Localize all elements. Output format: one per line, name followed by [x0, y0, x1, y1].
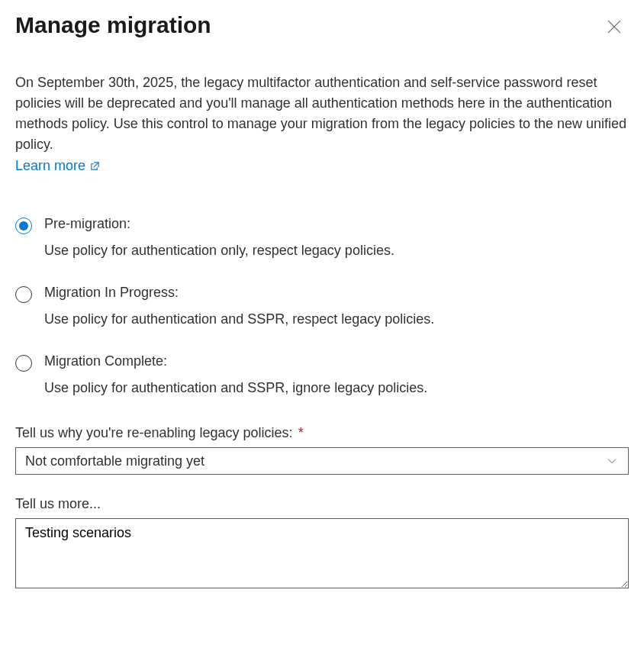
radio-description: Use policy for authentication only, resp… — [44, 243, 629, 259]
radio-indicator — [15, 286, 32, 303]
reason-field-label-text: Tell us why you're re-enabling legacy po… — [15, 425, 293, 440]
dialog-header: Manage migration — [15, 12, 629, 38]
radio-label: Migration In Progress: — [44, 285, 629, 301]
close-button[interactable] — [604, 17, 624, 37]
radio-indicator — [15, 218, 32, 234]
radio-label: Migration Complete: — [44, 353, 629, 369]
radio-label: Pre-migration: — [44, 216, 629, 232]
migration-state-radio-group: Pre-migration: Use policy for authentica… — [15, 216, 629, 396]
reason-select-value: Not comfortable migrating yet — [25, 453, 204, 469]
reason-field: Tell us why you're re-enabling legacy po… — [15, 425, 629, 475]
radio-option-migration-in-progress[interactable]: Migration In Progress: Use policy for au… — [15, 285, 629, 327]
tell-us-more-field: Tell us more... — [15, 496, 629, 591]
close-icon — [607, 20, 621, 34]
tell-us-more-textarea[interactable] — [15, 518, 629, 588]
svg-line-2 — [94, 163, 98, 168]
open-external-icon — [90, 161, 100, 171]
radio-text: Migration In Progress: Use policy for au… — [44, 285, 629, 327]
radio-text: Pre-migration: Use policy for authentica… — [44, 216, 629, 259]
chevron-down-icon — [607, 456, 617, 466]
radio-description: Use policy for authentication and SSPR, … — [44, 311, 629, 327]
reason-field-label: Tell us why you're re-enabling legacy po… — [15, 425, 629, 441]
radio-indicator — [15, 355, 32, 372]
learn-more-label: Learn more — [15, 158, 85, 174]
required-marker: * — [298, 425, 304, 440]
radio-text: Migration Complete: Use policy for authe… — [44, 353, 629, 396]
dialog-title: Manage migration — [15, 12, 211, 38]
learn-more-link[interactable]: Learn more — [15, 158, 100, 174]
radio-description: Use policy for authentication and SSPR, … — [44, 380, 629, 396]
dialog-description: On September 30th, 2025, the legacy mult… — [15, 73, 629, 155]
radio-option-pre-migration[interactable]: Pre-migration: Use policy for authentica… — [15, 216, 629, 259]
radio-option-migration-complete[interactable]: Migration Complete: Use policy for authe… — [15, 353, 629, 396]
reason-select[interactable]: Not comfortable migrating yet — [15, 447, 629, 475]
tell-us-more-label: Tell us more... — [15, 496, 629, 512]
